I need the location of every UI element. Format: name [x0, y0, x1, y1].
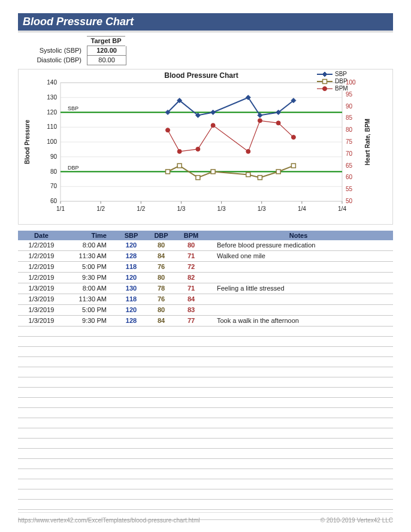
table-row-empty[interactable] — [18, 377, 393, 388]
col-bpm: BPM — [176, 232, 206, 239]
table-row[interactable]: 1/3/201911:30 AM1187684 — [18, 294, 393, 305]
table-row-empty[interactable] — [18, 479, 393, 489]
svg-point-61 — [166, 128, 170, 132]
cell-bpm: 71 — [176, 284, 206, 293]
cell-time: 11:30 AM — [62, 252, 116, 261]
cell-bpm: 77 — [176, 316, 206, 325]
cell-bpm: 82 — [176, 273, 206, 282]
table-header: Date Time SBP DBP BPM Notes — [18, 231, 393, 240]
cell-notes: Took a walk in the afternoon — [206, 316, 391, 325]
cell-date: 1/3/2019 — [20, 295, 62, 304]
cell-date: 1/2/2019 — [20, 241, 62, 250]
table-row-empty[interactable] — [18, 398, 393, 408]
cell-notes: Walked one mile — [206, 252, 391, 261]
footer-copyright: © 2010-2019 Vertex42 LLC — [321, 517, 393, 524]
cell-bpm: 71 — [176, 252, 206, 261]
table-row[interactable]: 1/3/20195:00 PM1208083 — [18, 305, 393, 316]
cell-date: 1/3/2019 — [20, 306, 62, 315]
table-row-empty[interactable] — [18, 367, 393, 377]
cell-dbp: 78 — [146, 284, 176, 293]
cell-sbp: 128 — [116, 316, 146, 325]
svg-text:55: 55 — [346, 186, 353, 192]
page-footer: https://www.vertex42.com/ExcelTemplates/… — [18, 512, 393, 524]
svg-rect-56 — [211, 170, 215, 174]
cell-time: 8:00 AM — [62, 241, 116, 250]
target-header-label: Target BP — [87, 36, 125, 46]
svg-text:1/4: 1/4 — [338, 205, 346, 212]
svg-text:50: 50 — [346, 198, 353, 204]
cell-bpm: 83 — [176, 306, 206, 315]
table-row[interactable]: 1/2/20199:30 PM1208082 — [18, 273, 393, 283]
col-notes: Notes — [206, 232, 391, 239]
cell-sbp: 128 — [116, 252, 146, 261]
table-row-empty[interactable] — [18, 337, 393, 347]
svg-point-62 — [177, 149, 182, 153]
bp-chart: Blood Pressure ChartSBPDBP60708090100110… — [19, 69, 392, 223]
svg-text:DBP: DBP — [335, 78, 347, 84]
table-row[interactable]: 1/2/201911:30 AM1288471Walked one mile — [18, 251, 393, 262]
cell-dbp: 84 — [146, 252, 176, 261]
table-row-empty[interactable] — [18, 459, 393, 469]
table-row-empty[interactable] — [18, 418, 393, 428]
svg-text:Blood Pressure: Blood Pressure — [24, 119, 31, 164]
svg-text:1/2: 1/2 — [137, 205, 145, 212]
svg-text:1/4: 1/4 — [298, 205, 306, 212]
svg-rect-59 — [276, 170, 280, 174]
cell-date: 1/2/2019 — [20, 262, 62, 271]
cell-dbp: 80 — [146, 241, 176, 250]
svg-rect-60 — [291, 164, 295, 168]
svg-text:110: 110 — [47, 123, 57, 130]
svg-text:90: 90 — [346, 102, 353, 109]
cell-dbp: 80 — [146, 273, 176, 282]
table-row-empty[interactable] — [18, 489, 393, 500]
svg-rect-57 — [246, 173, 250, 177]
table-row[interactable]: 1/2/20198:00 AM1208080Before blood press… — [18, 240, 393, 251]
cell-sbp: 118 — [116, 262, 146, 271]
svg-text:140: 140 — [47, 79, 57, 86]
col-date: Date — [20, 232, 62, 239]
target-dbp-input[interactable]: 80.00 — [87, 56, 126, 65]
table-row-empty[interactable] — [18, 357, 393, 367]
cell-notes — [206, 306, 391, 315]
table-row-empty[interactable] — [18, 500, 393, 510]
svg-rect-58 — [258, 176, 262, 180]
table-row-empty[interactable] — [18, 347, 393, 357]
svg-point-75 — [323, 86, 327, 90]
cell-dbp: 76 — [146, 295, 176, 304]
cell-date: 1/2/2019 — [20, 273, 62, 282]
svg-text:Heart Rate, BPM: Heart Rate, BPM — [364, 119, 371, 165]
table-row[interactable]: 1/2/20195:00 PM1187672 — [18, 262, 393, 273]
chart-container: Blood Pressure ChartSBPDBP60708090100110… — [18, 69, 393, 225]
cell-time: 5:00 PM — [62, 262, 116, 271]
svg-point-63 — [196, 147, 200, 151]
cell-notes — [206, 262, 391, 271]
table-row-empty[interactable] — [18, 449, 393, 459]
svg-point-68 — [291, 135, 295, 139]
svg-text:SBP: SBP — [335, 71, 347, 77]
cell-sbp: 120 — [116, 306, 146, 315]
table-row-empty[interactable] — [18, 327, 393, 337]
svg-rect-72 — [323, 79, 327, 83]
cell-time: 11:30 AM — [62, 295, 116, 304]
cell-dbp: 80 — [146, 306, 176, 315]
table-row-empty[interactable] — [18, 408, 393, 418]
cell-time: 8:00 AM — [62, 284, 116, 293]
table-row[interactable]: 1/3/20198:00 AM1307871Feeling a little s… — [18, 283, 393, 294]
col-sbp: SBP — [116, 232, 146, 239]
table-row-empty[interactable] — [18, 439, 393, 449]
table-row-empty[interactable] — [18, 388, 393, 398]
table-row-empty[interactable] — [18, 469, 393, 479]
target-sbp-input[interactable]: 120.00 — [87, 46, 126, 56]
cell-notes: Feeling a little stressed — [206, 284, 391, 293]
table-row-empty[interactable] — [18, 428, 393, 439]
footer-url: https://www.vertex42.com/ExcelTemplates/… — [18, 517, 200, 524]
svg-text:60: 60 — [346, 174, 353, 180]
svg-text:70: 70 — [50, 183, 58, 189]
table-row[interactable]: 1/3/20199:30 PM1288477Took a walk in the… — [18, 316, 393, 327]
cell-bpm: 80 — [176, 241, 206, 250]
page-title: Blood Pressure Chart — [18, 13, 393, 31]
svg-text:100: 100 — [47, 138, 57, 145]
svg-text:75: 75 — [346, 138, 353, 145]
svg-text:1/3: 1/3 — [177, 205, 185, 212]
sbp-label: Systolic (SBP) — [18, 46, 85, 55]
